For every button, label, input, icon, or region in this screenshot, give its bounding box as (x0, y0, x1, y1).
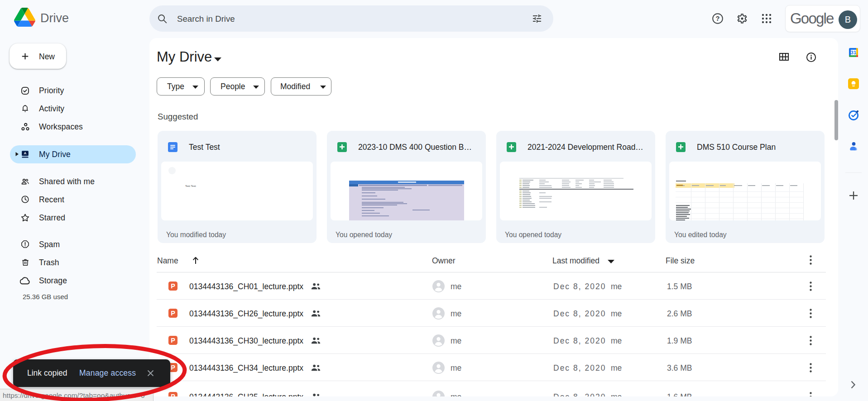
svg-text:31: 31 (851, 50, 857, 55)
svg-text:?: ? (716, 15, 720, 22)
